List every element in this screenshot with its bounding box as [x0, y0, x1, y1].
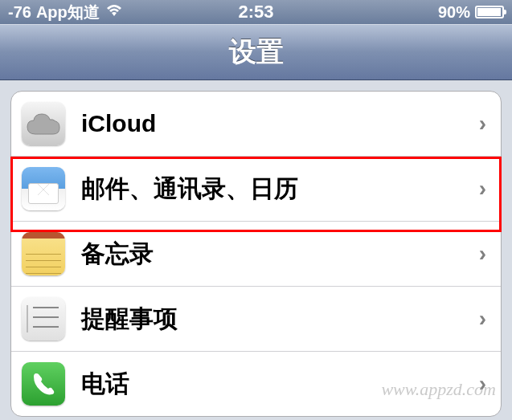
- wifi-icon: [104, 3, 124, 22]
- item-label: 提醒事项: [81, 303, 479, 336]
- battery-icon: [475, 6, 504, 18]
- watermark: www.appzd.com: [381, 379, 496, 400]
- reminders-icon: [22, 297, 65, 340]
- carrier-name: App知道: [36, 2, 100, 23]
- status-right: 90%: [438, 3, 504, 22]
- phone-icon: [22, 362, 65, 406]
- settings-content: iCloud › 邮件、通讯录、日历 › 备忘录 › 提醒事项 ›: [0, 80, 512, 417]
- chevron-right-icon: ›: [479, 111, 486, 137]
- item-label: 备忘录: [81, 238, 479, 271]
- item-label: iCloud: [81, 110, 479, 137]
- settings-item-notes[interactable]: 备忘录 ›: [11, 222, 501, 287]
- chevron-right-icon: ›: [479, 306, 486, 332]
- mail-icon: [22, 167, 65, 210]
- notes-icon: [22, 232, 65, 275]
- signal-strength: -76: [8, 3, 31, 22]
- settings-item-icloud[interactable]: iCloud ›: [11, 92, 501, 157]
- chevron-right-icon: ›: [479, 176, 486, 202]
- page-title: 设置: [229, 34, 284, 71]
- settings-item-reminders[interactable]: 提醒事项 ›: [11, 287, 501, 352]
- status-bar: -76 App知道 2:53 90%: [0, 0, 512, 24]
- settings-list: iCloud › 邮件、通讯录、日历 › 备忘录 › 提醒事项 ›: [10, 91, 502, 417]
- cloud-icon: [22, 102, 65, 145]
- chevron-right-icon: ›: [479, 241, 486, 267]
- settings-item-mail[interactable]: 邮件、通讯录、日历 ›: [11, 157, 501, 222]
- nav-bar: 设置: [0, 24, 512, 80]
- battery-percentage: 90%: [438, 3, 470, 22]
- item-label: 邮件、通讯录、日历: [81, 173, 479, 206]
- status-time: 2:53: [238, 2, 273, 22]
- status-left: -76 App知道: [8, 2, 124, 23]
